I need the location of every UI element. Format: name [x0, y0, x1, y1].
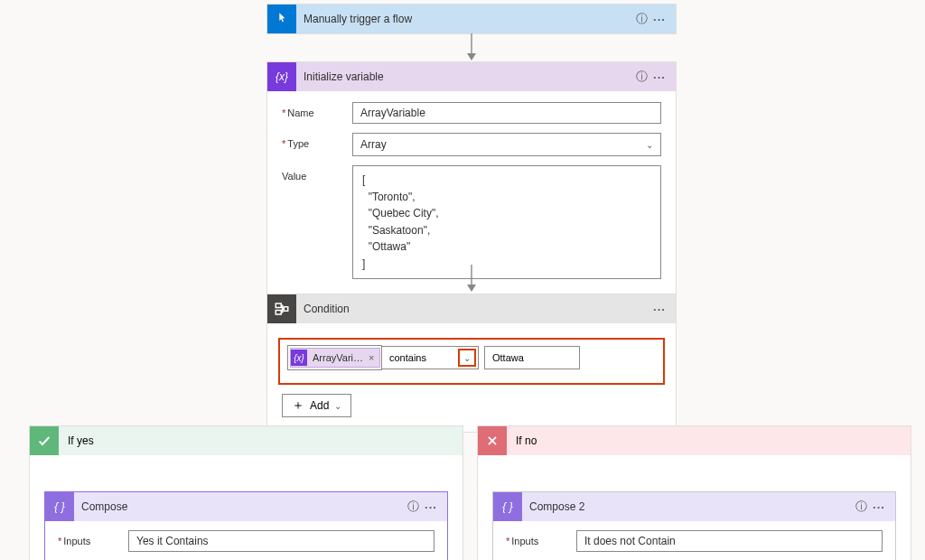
- close-icon: [478, 426, 507, 455]
- inputs-label: *Inputs: [58, 530, 128, 546]
- condition-rhs-input[interactable]: Ottawa: [484, 346, 580, 369]
- initvar-title: Initialize variable: [304, 70, 632, 83]
- variable-icon: {x}: [267, 62, 296, 91]
- variable-token[interactable]: {x} ArrayVari… ×: [290, 348, 380, 368]
- name-label: *Name: [282, 102, 352, 118]
- branch-yes-header[interactable]: If yes: [30, 426, 462, 455]
- connector-arrow: [465, 265, 478, 292]
- condition-highlight-row: {x} ArrayVari… × contains ⌄ Ottawa: [278, 338, 665, 385]
- more-icon[interactable]: ···: [650, 13, 668, 26]
- pointer-icon: [267, 5, 296, 33]
- more-icon[interactable]: ···: [650, 70, 668, 84]
- connector-arrow: [465, 33, 478, 61]
- branch-yes-label: If yes: [68, 434, 94, 447]
- initvar-card: {x} Initialize variable ⓘ ··· *Name Arra…: [266, 61, 677, 294]
- operator-dropdown-highlight[interactable]: ⌄: [458, 349, 476, 367]
- value-textarea[interactable]: [ "Toronto", "Quebec City", "Saskatoon",…: [352, 165, 661, 279]
- type-label: *Type: [282, 133, 352, 149]
- trigger-card: Manually trigger a flow ⓘ ···: [266, 4, 677, 34]
- condition-operator-select[interactable]: contains ⌄: [381, 346, 479, 369]
- svg-marker-3: [467, 285, 476, 292]
- name-input[interactable]: ArrayVariable: [352, 102, 661, 124]
- branch-no: If no { } Compose 2 ⓘ ··· *Inputs It doe…: [477, 425, 911, 560]
- compose-icon: { }: [45, 492, 74, 521]
- inputs-input[interactable]: Yes it Contains: [128, 530, 434, 552]
- type-select[interactable]: Array ⌄: [352, 133, 661, 156]
- chevron-down-icon: ⌄: [334, 401, 341, 411]
- help-icon[interactable]: ⓘ: [404, 499, 422, 515]
- compose-no-title: Compose 2: [529, 500, 852, 513]
- svg-rect-5: [276, 311, 281, 315]
- help-icon[interactable]: ⓘ: [852, 499, 870, 515]
- compose-no-header[interactable]: { } Compose 2 ⓘ ···: [493, 492, 895, 521]
- compose-yes-card: { } Compose ⓘ ··· *Inputs Yes it Contain…: [44, 491, 448, 560]
- condition-icon: [267, 294, 296, 323]
- more-icon[interactable]: ···: [650, 303, 668, 316]
- compose-yes-header[interactable]: { } Compose ⓘ ···: [45, 492, 447, 521]
- help-icon[interactable]: ⓘ: [632, 11, 650, 27]
- condition-card: Condition ··· {x} ArrayVari… × contains …: [266, 294, 677, 433]
- condition-title: Condition: [304, 303, 650, 315]
- value-label: Value: [282, 165, 352, 182]
- help-icon[interactable]: ⓘ: [632, 69, 650, 85]
- variable-icon: {x}: [291, 350, 307, 366]
- remove-token-icon[interactable]: ×: [367, 352, 374, 363]
- svg-marker-1: [467, 53, 476, 61]
- trigger-title: Manually trigger a flow: [304, 13, 632, 25]
- compose-icon: { }: [493, 492, 522, 521]
- branch-no-label: If no: [516, 434, 537, 447]
- branch-yes: If yes { } Compose ⓘ ··· *Inputs Yes it …: [29, 425, 463, 560]
- plus-icon: ＋: [292, 397, 304, 414]
- svg-rect-6: [284, 307, 288, 312]
- check-icon: [30, 426, 59, 455]
- condition-lhs[interactable]: {x} ArrayVari… ×: [287, 345, 382, 370]
- compose-no-card: { } Compose 2 ⓘ ··· *Inputs It does not …: [492, 491, 896, 560]
- chevron-down-icon: ⌄: [463, 353, 471, 363]
- branch-no-header[interactable]: If no: [478, 426, 911, 455]
- svg-rect-4: [276, 303, 281, 308]
- chevron-down-icon: ⌄: [646, 140, 653, 150]
- condition-header[interactable]: Condition ···: [267, 294, 676, 323]
- trigger-header[interactable]: Manually trigger a flow ⓘ ···: [267, 5, 676, 33]
- compose-yes-title: Compose: [81, 500, 404, 513]
- initvar-header[interactable]: {x} Initialize variable ⓘ ···: [267, 62, 676, 91]
- inputs-input[interactable]: It does not Contain: [576, 530, 883, 552]
- inputs-label: *Inputs: [506, 530, 576, 546]
- add-condition-button[interactable]: ＋ Add ⌄: [282, 394, 351, 417]
- more-icon[interactable]: ···: [870, 500, 888, 514]
- more-icon[interactable]: ···: [422, 500, 440, 514]
